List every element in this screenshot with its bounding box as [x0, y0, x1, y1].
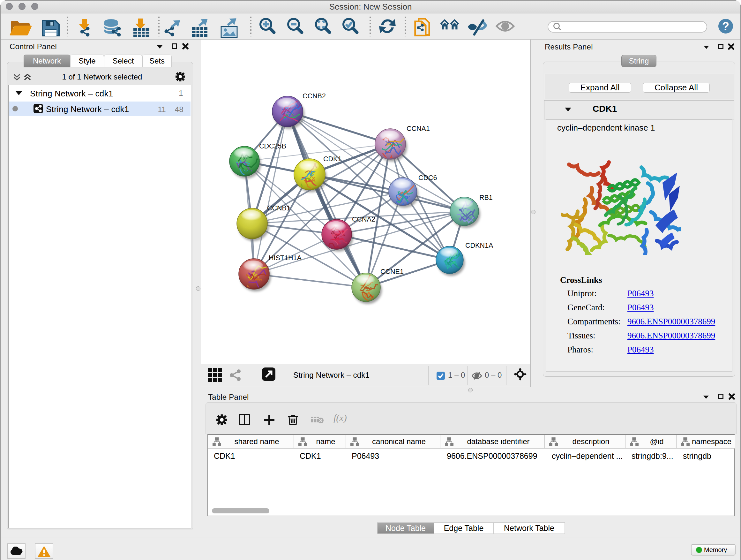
svg-text:RB1: RB1	[479, 194, 493, 201]
svg-text:CDC25B: CDC25B	[259, 142, 286, 150]
svg-text:CCNA1: CCNA1	[407, 125, 430, 132]
svg-text:CCNB2: CCNB2	[302, 92, 326, 100]
svg-text:CCNA2: CCNA2	[352, 215, 375, 223]
svg-text:CDK1: CDK1	[323, 155, 341, 163]
svg-text:HIST1H1A: HIST1H1A	[269, 254, 301, 262]
svg-text:?: ?	[722, 20, 729, 33]
svg-text:CCNB1: CCNB1	[267, 204, 290, 212]
svg-text:CDC6: CDC6	[418, 174, 437, 182]
svg-text:CCNE1: CCNE1	[381, 268, 404, 275]
svg-text:CDKN1A: CDKN1A	[465, 242, 493, 249]
